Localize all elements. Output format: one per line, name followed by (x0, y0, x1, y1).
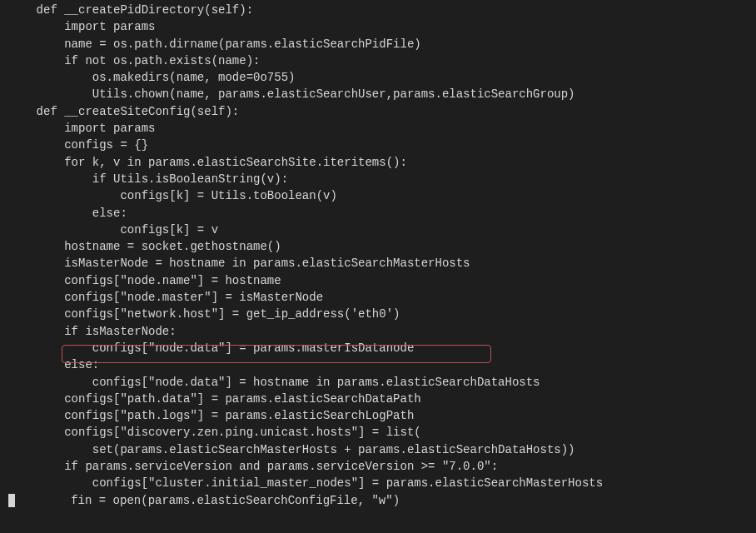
code-line: configs["path.data"] = params.elasticSea… (8, 391, 748, 407)
code-line: configs["network.host"] = get_ip_address… (8, 306, 748, 322)
code-line: Utils.chown(name, params.elasticSearchUs… (8, 86, 748, 102)
code-line: configs[k] = Utils.toBoolean(v) (8, 187, 748, 204)
code-line: configs["node.data"] = params.masterIsDa… (8, 340, 748, 356)
code-line: if Utils.isBooleanString(v): (8, 171, 748, 187)
code-line: import params (8, 18, 748, 35)
code-line: configs["node.name"] = hostname (8, 272, 748, 289)
code-editor[interactable]: def __createPidDirectory(self): import p… (8, 2, 748, 509)
code-line: configs["node.data"] = hostname in param… (8, 374, 748, 391)
code-line: configs["discovery.zen.ping.unicast.host… (8, 424, 748, 441)
code-line: configs["node.master"] = isMasterNode (8, 289, 748, 306)
code-line: name = os.path.dirname(params.elasticSea… (8, 36, 748, 52)
code-line: configs["path.logs"] = params.elasticSea… (8, 407, 748, 424)
code-line: else: (8, 356, 748, 373)
code-line: os.makedirs(name, mode=0o755) (8, 69, 748, 86)
code-line: def __createPidDirectory(self): (8, 2, 748, 18)
code-line: for k, v in params.elasticSearchSite.ite… (8, 154, 748, 171)
code-line: isMasterNode = hostname in params.elasti… (8, 255, 748, 271)
code-line: configs = {} (8, 137, 748, 153)
code-line: if isMasterNode: (8, 323, 748, 340)
code-line-cursor: fin = open(params.elasticSearchConfigFil… (8, 492, 748, 509)
code-line: hostname = socket.gethostname() (8, 238, 748, 255)
code-line: set(params.elasticSearchMasterHosts + pa… (8, 441, 748, 458)
code-line: if params.serviceVersion and params.serv… (8, 458, 748, 475)
code-line: def __createSiteConfig(self): (8, 103, 748, 120)
code-line: configs[k] = v (8, 222, 748, 238)
text-cursor (8, 494, 15, 507)
code-line: if not os.path.exists(name): (8, 52, 748, 69)
code-line: configs["cluster.initial_master_nodes"] … (8, 475, 748, 491)
code-line: else: (8, 205, 748, 222)
code-line: import params (8, 120, 748, 137)
code-line-text: fin = open(params.elasticSearchConfigFil… (15, 494, 400, 507)
